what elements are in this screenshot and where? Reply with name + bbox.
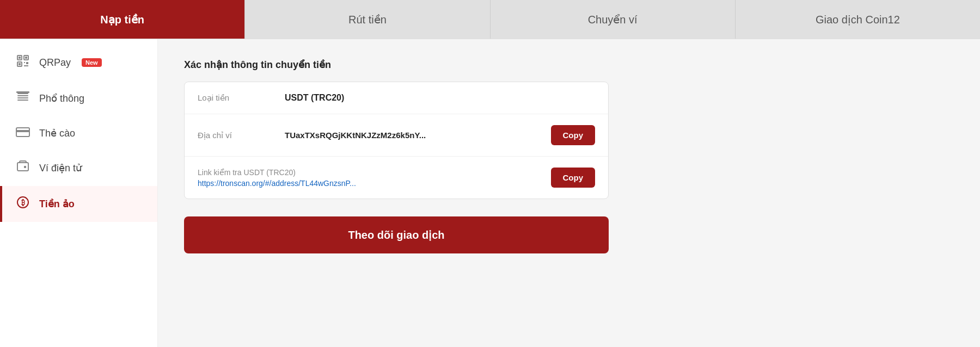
sidebar-item-vi-dien-tu-label: Ví điện tử bbox=[39, 162, 82, 174]
tab-giao-dich-coin12[interactable]: Giao dịch Coin12 bbox=[736, 0, 980, 39]
dia-chi-vi-label: Địa chỉ ví bbox=[198, 131, 285, 140]
tab-chuyen-vi[interactable]: Chuyển ví bbox=[491, 0, 736, 39]
track-transaction-button[interactable]: Theo dõi giao dịch bbox=[184, 216, 609, 253]
svg-rect-1 bbox=[19, 57, 21, 59]
main-layout: QRPay New Phổ thông bbox=[0, 39, 980, 347]
svg-rect-12 bbox=[17, 100, 28, 101]
copy-link-button[interactable]: Copy bbox=[551, 168, 596, 188]
tab-nap-tien[interactable]: Nạp tiền bbox=[0, 0, 245, 39]
tab-giao-dich-coin12-label: Giao dịch Coin12 bbox=[816, 13, 900, 26]
info-card: Loại tiền USDT (TRC20) Địa chỉ ví TUaxTX… bbox=[184, 82, 609, 199]
top-tabs: Nạp tiền Rút tiền Chuyển ví Giao dịch Co… bbox=[0, 0, 980, 39]
link-kiem-tra-value[interactable]: https://tronscan.org/#/address/TL44wGnzs… bbox=[198, 179, 542, 188]
svg-rect-5 bbox=[19, 63, 21, 65]
svg-rect-16 bbox=[16, 130, 29, 132]
link-kiem-tra-top-label: Link kiểm tra USDT (TRC20) bbox=[198, 168, 542, 177]
loai-tien-value: USDT (TRC20) bbox=[285, 93, 595, 103]
svg-rect-10 bbox=[17, 95, 28, 96]
svg-rect-17 bbox=[17, 163, 28, 171]
svg-rect-7 bbox=[26, 62, 28, 64]
tab-rut-tien-label: Rút tiền bbox=[348, 13, 387, 26]
sidebar-item-pho-thong[interactable]: Phổ thông bbox=[0, 80, 157, 116]
svg-rect-8 bbox=[24, 65, 28, 66]
svg-rect-11 bbox=[17, 97, 28, 98]
tien-ao-icon: ₿ bbox=[15, 196, 30, 212]
tab-nap-tien-label: Nạp tiền bbox=[100, 13, 144, 26]
link-kiem-tra-row: Link kiểm tra USDT (TRC20) https://trons… bbox=[185, 157, 608, 199]
sidebar-item-vi-dien-tu[interactable]: Ví điện tử bbox=[0, 150, 157, 186]
section-title: Xác nhận thông tin chuyển tiền bbox=[184, 59, 954, 71]
sidebar-item-qrpay-label: QRPay bbox=[39, 57, 71, 69]
loai-tien-row: Loại tiền USDT (TRC20) bbox=[185, 82, 608, 114]
dia-chi-vi-value: TUaxTXsRQGjKKtNKJZzM2z6k5nY... bbox=[285, 131, 542, 140]
sidebar-item-tien-ao[interactable]: ₿ Tiền ảo bbox=[0, 186, 157, 222]
the-cao-icon bbox=[15, 126, 30, 140]
svg-text:₿: ₿ bbox=[21, 199, 25, 207]
qrpay-icon bbox=[15, 54, 30, 71]
copy-address-button[interactable]: Copy bbox=[551, 125, 596, 145]
dia-chi-vi-row: Địa chỉ ví TUaxTXsRQGjKKtNKJZzM2z6k5nY..… bbox=[185, 114, 608, 157]
svg-rect-6 bbox=[24, 62, 25, 63]
sidebar: QRPay New Phổ thông bbox=[0, 39, 158, 347]
qrpay-new-badge: New bbox=[82, 58, 102, 67]
svg-rect-9 bbox=[17, 93, 28, 94]
svg-rect-18 bbox=[24, 166, 26, 168]
svg-rect-3 bbox=[25, 57, 27, 59]
tab-rut-tien[interactable]: Rút tiền bbox=[245, 0, 490, 39]
sidebar-item-the-cao-label: Thẻ cào bbox=[39, 127, 75, 139]
sidebar-item-tien-ao-label: Tiền ảo bbox=[39, 198, 75, 210]
content-area: Xác nhận thông tin chuyển tiền Loại tiền… bbox=[158, 39, 980, 347]
sidebar-item-the-cao[interactable]: Thẻ cào bbox=[0, 116, 157, 150]
pho-thong-icon bbox=[15, 90, 30, 107]
sidebar-item-pho-thong-label: Phổ thông bbox=[39, 92, 84, 104]
sidebar-item-qrpay[interactable]: QRPay New bbox=[0, 45, 157, 80]
loai-tien-label: Loại tiền bbox=[198, 93, 285, 103]
link-kiem-tra-content: Link kiểm tra USDT (TRC20) https://trons… bbox=[198, 168, 542, 188]
svg-rect-14 bbox=[16, 91, 29, 93]
vi-dien-tu-icon bbox=[15, 160, 30, 176]
tab-chuyen-vi-label: Chuyển ví bbox=[588, 13, 638, 26]
